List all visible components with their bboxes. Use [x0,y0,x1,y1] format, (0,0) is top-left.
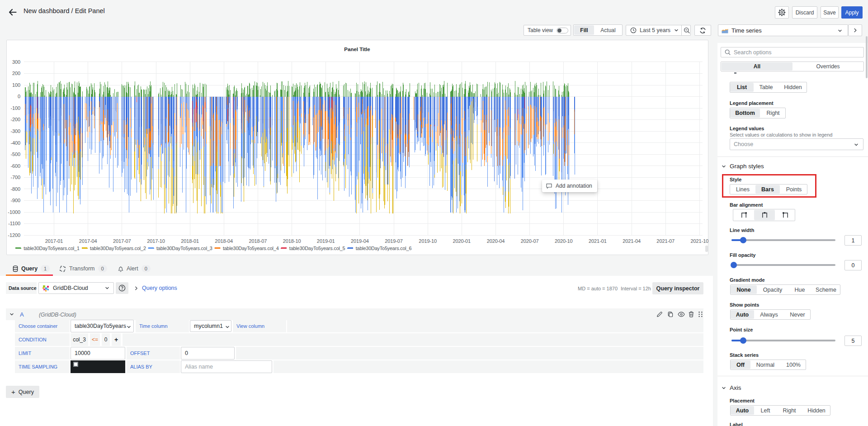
svg-text:-200: -200 [10,117,20,122]
svg-text:2021-10: 2021-10 [691,238,708,244]
svg-text:table30DayTo5years.col_6: table30DayTo5years.col_6 [356,246,412,251]
svg-text:-900: -900 [10,198,20,203]
svg-text:2018-01: 2018-01 [181,238,199,244]
svg-text:table30DayTo5years.col_2: table30DayTo5years.col_2 [90,246,146,251]
svg-text:-500: -500 [10,151,20,157]
svg-text:2020-04: 2020-04 [487,238,505,244]
svg-text:-800: -800 [10,186,20,192]
svg-text:2019-10: 2019-10 [419,238,437,244]
svg-text:2018-07: 2018-07 [249,238,267,244]
svg-text:2020-01: 2020-01 [453,238,471,244]
svg-text:2017-10: 2017-10 [147,238,165,244]
svg-text:2018-04: 2018-04 [215,238,233,244]
svg-text:-600: -600 [10,163,20,169]
svg-text:table30DayTo5years.col_5: table30DayTo5years.col_5 [289,246,345,251]
svg-text:Panel Title: Panel Title [344,47,370,52]
svg-text:2017-07: 2017-07 [113,238,131,244]
svg-text:2021-04: 2021-04 [623,238,641,244]
svg-text:300: 300 [12,59,20,65]
svg-text:-1100: -1100 [8,221,20,226]
svg-text:2020-07: 2020-07 [521,238,539,244]
svg-text:200: 200 [12,71,20,76]
svg-text:2021-01: 2021-01 [589,238,607,244]
svg-text:table30DayTo5years.col_4: table30DayTo5years.col_4 [223,246,279,251]
svg-text:2021-07: 2021-07 [656,238,675,244]
svg-text:2018-10: 2018-10 [283,238,301,244]
svg-text:2020-10: 2020-10 [555,238,573,244]
svg-text:-1200: -1200 [8,232,20,238]
svg-text:-300: -300 [10,128,20,134]
svg-text:100: 100 [12,82,20,88]
svg-text:-400: -400 [10,140,20,146]
svg-text:-1000: -1000 [8,209,20,215]
svg-text:-100: -100 [10,105,20,111]
svg-text:2019-04: 2019-04 [351,238,369,244]
svg-text:table30DayTo5years.col_1: table30DayTo5years.col_1 [24,246,80,251]
svg-text:0: 0 [18,94,20,99]
svg-text:2019-01: 2019-01 [317,238,335,244]
svg-text:2019-07: 2019-07 [385,238,403,244]
svg-text:2017-04: 2017-04 [79,238,97,244]
svg-text:2017-01: 2017-01 [45,238,63,244]
svg-text:table30DayTo5years.col_3: table30DayTo5years.col_3 [156,246,212,251]
svg-text:-700: -700 [10,175,20,180]
